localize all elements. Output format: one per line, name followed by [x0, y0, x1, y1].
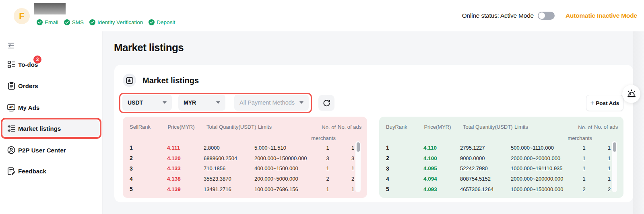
- cell: 5: [123, 186, 167, 192]
- verification-label: Deposit: [157, 19, 175, 25]
- table-row: 44.094808754.51522000.000~200000.00011: [379, 174, 623, 184]
- automatic-inactive-mode-link[interactable]: Automatic Inactive Mode: [566, 12, 637, 19]
- online-status-toggle[interactable]: [538, 12, 555, 20]
- sidebar-item-label: Market listings: [18, 125, 61, 132]
- sell-rows: 14.1112.80005.000~11.5101124.1206888600.…: [123, 143, 367, 195]
- payment-method-dropdown[interactable]: All Payment Methods: [234, 95, 309, 111]
- cell: 100.000~7686.156: [254, 186, 317, 192]
- refresh-button[interactable]: [318, 95, 334, 111]
- buy-listings-table: BuyRank Price(MYR) Total Quantity(USDT) …: [379, 117, 623, 198]
- post-ads-button[interactable]: + Post Ads: [586, 95, 623, 111]
- sidebar-item-feedback[interactable]: Feedback: [2, 163, 100, 179]
- verification-label: Email: [45, 19, 58, 25]
- cell: 4.120: [167, 155, 204, 161]
- cell: 4.111: [167, 145, 204, 151]
- cell: 2: [608, 186, 611, 192]
- todos-count-badge: 3: [33, 56, 41, 64]
- avatar[interactable]: F: [14, 8, 30, 24]
- sidebar-item-orders[interactable]: Orders: [2, 78, 100, 94]
- fiat-dropdown-value: MYR: [184, 99, 196, 106]
- main-content: Market listings Market listings USDT MYR…: [103, 31, 644, 214]
- cell: 3: [351, 155, 354, 161]
- post-ads-label: Post Ads: [596, 100, 619, 106]
- feedback-icon: [7, 167, 15, 175]
- sidebar-item-my-ads[interactable]: ADMy Ads: [2, 99, 100, 115]
- column-header-limits: Limits: [514, 123, 528, 131]
- table-row: 14.1102795.1227500.000~1110.00011: [379, 143, 623, 153]
- card-title: Market listings: [142, 76, 199, 85]
- cell: 4.139: [167, 186, 204, 192]
- cell: 1: [351, 165, 354, 171]
- sell-table-scrollbar[interactable]: [355, 141, 361, 192]
- cell: 1: [608, 165, 611, 171]
- cell: 1: [582, 145, 585, 151]
- cell: 4.093: [423, 186, 460, 192]
- cell: 2: [379, 155, 423, 161]
- check-circle-icon: [89, 19, 95, 25]
- cell: 3: [326, 155, 329, 161]
- orders-icon: [7, 82, 15, 90]
- cell: 4.138: [167, 176, 204, 182]
- cell: 1: [326, 186, 329, 192]
- cell: 1: [582, 165, 585, 171]
- check-circle-icon: [149, 19, 155, 25]
- sidebar-item-market-listings[interactable]: Market listings: [2, 120, 100, 136]
- column-header-ads: No. of ads: [594, 123, 618, 131]
- scrollbar-thumb[interactable]: [613, 142, 616, 152]
- cell: 1: [608, 155, 611, 161]
- sidebar-item-to-dos[interactable]: To-dos: [2, 56, 100, 72]
- cell: 2795.1227: [460, 145, 511, 151]
- my-ads-icon: AD: [7, 103, 15, 111]
- column-header-quantity: Total Quantity(USDT): [206, 123, 256, 131]
- cell: 6888600.2504: [204, 155, 254, 161]
- buy-table-scrollbar[interactable]: [612, 141, 617, 192]
- cell: 1: [326, 165, 329, 171]
- column-header-merchants: No. of merchants: [567, 122, 592, 144]
- cell: 4.094: [423, 176, 460, 182]
- toggle-knob: [539, 12, 545, 19]
- verification-badge-identity-verification: Identity Verification: [89, 19, 143, 25]
- column-header-price: Price(MYR): [424, 123, 451, 131]
- cell: 3: [123, 165, 167, 172]
- cell: 2: [582, 186, 585, 192]
- cell: 4.095: [423, 165, 460, 171]
- cell: 9000.0000: [460, 155, 511, 161]
- column-header-price: Price(MYR): [167, 123, 194, 131]
- cell: 2000.000~200000.000: [511, 176, 573, 182]
- cell: 5.000~11.510: [254, 145, 317, 151]
- plus-icon: +: [590, 100, 594, 106]
- column-header-buyrank: BuyRank: [386, 123, 407, 131]
- table-row: 34.133710.1856400.000~1500.00011: [123, 163, 367, 174]
- asset-dropdown[interactable]: USDT: [122, 95, 172, 111]
- column-header-ads: No. of ads: [338, 123, 361, 131]
- cell: 808754.5152: [460, 176, 511, 182]
- asset-dropdown-value: USDT: [128, 99, 143, 106]
- market-listings-icon: [7, 124, 15, 132]
- payment-method-placeholder: All Payment Methods: [239, 99, 295, 106]
- chevron-down-icon: [216, 101, 220, 104]
- todo-list-icon: [7, 60, 15, 68]
- cell: 2: [123, 155, 167, 161]
- table-row: 24.1206888600.25042000.000~150000.00033: [123, 153, 367, 163]
- cell: 52242.7980: [460, 165, 511, 171]
- cell: 400.000~1500.000: [254, 165, 317, 171]
- redacted-username: [34, 3, 66, 14]
- page-title: Market listings: [114, 41, 184, 54]
- verification-badge-deposit: Deposit: [149, 19, 175, 25]
- market-listings-card: Market listings USDT MYR All Payment Met…: [114, 65, 633, 202]
- collapse-sidebar-button[interactable]: [8, 43, 16, 50]
- svg-text:AD: AD: [9, 105, 14, 109]
- table-row: 34.09552242.79801000.000~191110.93511: [379, 163, 623, 174]
- cell: 1000.000~150000.000: [511, 186, 573, 192]
- scrollbar-thumb[interactable]: [357, 142, 360, 152]
- cell: 2000.000~150000.000: [254, 155, 317, 161]
- cell: 4: [123, 176, 167, 182]
- notification-bell-button[interactable]: [622, 85, 640, 103]
- cell: 1: [582, 176, 585, 182]
- verification-badge-email: Email: [37, 19, 58, 25]
- fiat-dropdown[interactable]: MYR: [178, 95, 225, 111]
- sidebar-item-p2p-user-center[interactable]: P2P User Center: [2, 142, 100, 158]
- sidebar-item-label: Feedback: [18, 168, 46, 175]
- cell: 4: [379, 176, 423, 182]
- cell: 3: [379, 165, 423, 172]
